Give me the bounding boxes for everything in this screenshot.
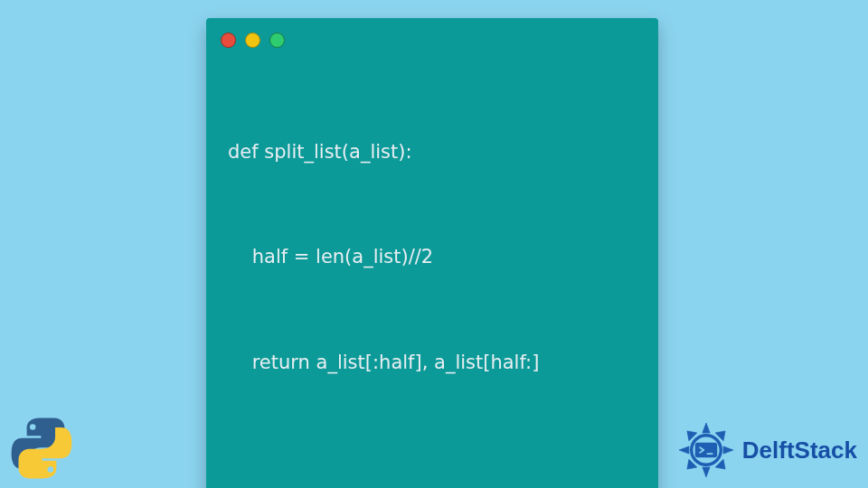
- svg-marker-6: [679, 446, 689, 454]
- svg-rect-9: [695, 443, 717, 457]
- minimize-icon: [245, 33, 260, 48]
- delftstack-logo: DelftStack: [675, 419, 857, 481]
- code-line: return a_list[:half], a_list[half:]: [228, 345, 637, 380]
- window-titlebar: [206, 18, 658, 55]
- svg-marker-0: [703, 423, 710, 433]
- code-window: def split_list(a_list): half = len(a_lis…: [206, 18, 658, 488]
- svg-marker-4: [703, 467, 710, 477]
- brand-name: DelftStack: [742, 436, 857, 465]
- python-logo-icon: [9, 416, 74, 481]
- maximize-icon: [269, 33, 285, 48]
- code-block: def split_list(a_list): half = len(a_lis…: [206, 55, 658, 488]
- close-icon: [221, 33, 236, 48]
- code-line: def split_list(a_list):: [228, 135, 637, 170]
- svg-marker-2: [723, 446, 733, 454]
- delftstack-badge-icon: [675, 419, 737, 481]
- code-line: half = len(a_list)//2: [228, 239, 637, 275]
